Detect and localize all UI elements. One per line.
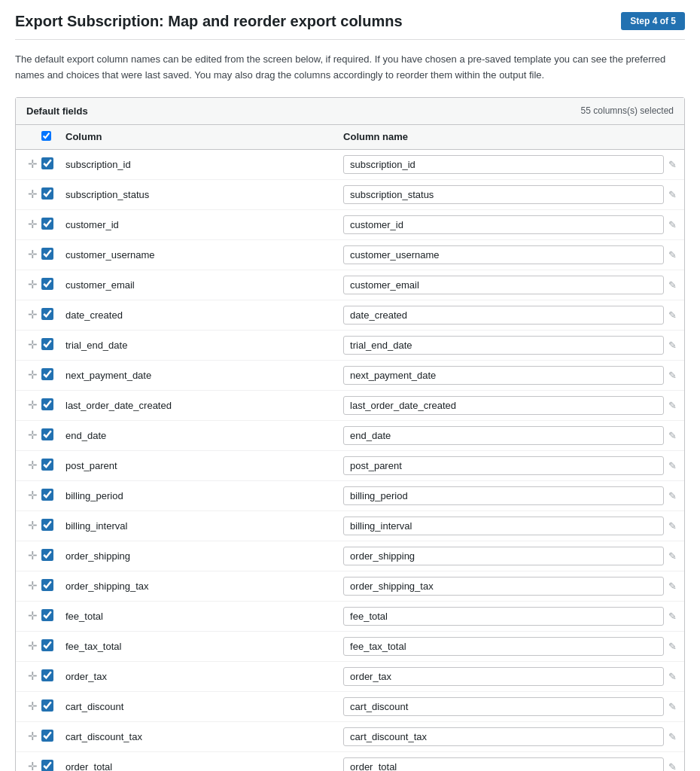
row-checkbox[interactable] (41, 428, 53, 440)
row-name-input[interactable] (343, 727, 664, 746)
row-name-input-wrap: ✎ (343, 396, 677, 415)
drag-handle[interactable]: ✛ (23, 368, 41, 382)
row-checkbox[interactable] (41, 459, 53, 471)
row-checkbox-wrap (41, 368, 62, 382)
row-name-input[interactable] (343, 667, 664, 686)
row-checkbox[interactable] (41, 519, 53, 531)
row-checkbox[interactable] (41, 730, 53, 742)
row-field-name: trial_end_date (62, 340, 343, 351)
row-name-input[interactable] (343, 185, 664, 204)
drag-handle[interactable]: ✛ (23, 428, 41, 442)
drag-handle[interactable]: ✛ (23, 398, 41, 412)
edit-icon[interactable]: ✎ (668, 189, 677, 200)
drag-handle[interactable]: ✛ (23, 760, 41, 771)
row-checkbox[interactable] (41, 639, 53, 651)
row-checkbox[interactable] (41, 338, 53, 350)
row-checkbox[interactable] (41, 609, 53, 621)
row-checkbox[interactable] (41, 218, 53, 230)
select-all-checkbox[interactable] (41, 131, 51, 141)
row-checkbox[interactable] (41, 187, 53, 200)
row-checkbox[interactable] (41, 308, 53, 320)
table-row: ✛ order_total ✎ (16, 752, 684, 771)
drag-handle[interactable]: ✛ (23, 609, 41, 623)
row-name-input[interactable] (343, 486, 664, 505)
row-name-input[interactable] (343, 697, 664, 716)
drag-handle[interactable]: ✛ (23, 308, 41, 322)
drag-handle[interactable]: ✛ (23, 248, 41, 261)
row-checkbox[interactable] (41, 489, 53, 501)
edit-icon[interactable]: ✎ (668, 279, 677, 291)
drag-handle[interactable]: ✛ (23, 639, 41, 653)
row-name-input[interactable] (343, 215, 664, 234)
edit-icon[interactable]: ✎ (668, 731, 677, 742)
edit-icon[interactable]: ✎ (668, 701, 677, 712)
row-checkbox[interactable] (41, 278, 53, 290)
row-name-input[interactable] (343, 366, 664, 385)
edit-icon[interactable]: ✎ (668, 249, 677, 261)
row-field-name: next_payment_date (62, 370, 343, 381)
edit-icon[interactable]: ✎ (668, 460, 677, 471)
edit-icon[interactable]: ✎ (668, 490, 677, 501)
edit-icon[interactable]: ✎ (668, 761, 677, 771)
row-checkbox[interactable] (41, 669, 53, 681)
row-field-name: subscription_status (62, 189, 343, 200)
drag-handle[interactable]: ✛ (23, 730, 41, 743)
edit-icon[interactable]: ✎ (668, 400, 677, 411)
table-row: ✛ order_shipping_tax ✎ (16, 571, 684, 602)
row-name-input[interactable] (343, 396, 664, 415)
row-name-input[interactable] (343, 155, 664, 174)
drag-handle[interactable]: ✛ (23, 157, 41, 171)
row-name-input[interactable] (343, 456, 664, 475)
row-name-input[interactable] (343, 607, 664, 626)
row-name-input[interactable] (343, 637, 664, 656)
edit-icon[interactable]: ✎ (668, 309, 677, 321)
edit-icon[interactable]: ✎ (668, 581, 677, 592)
row-checkbox[interactable] (41, 579, 53, 591)
row-field-name: cart_discount_tax (62, 731, 343, 742)
edit-icon[interactable]: ✎ (668, 550, 677, 562)
drag-handle[interactable]: ✛ (23, 519, 41, 532)
row-name-input[interactable] (343, 517, 664, 535)
row-checkbox-wrap (41, 669, 62, 684)
edit-icon[interactable]: ✎ (668, 671, 677, 682)
row-name-input-wrap: ✎ (343, 215, 677, 234)
drag-handle[interactable]: ✛ (23, 218, 41, 231)
table-row: ✛ billing_interval ✎ (16, 511, 684, 541)
row-checkbox[interactable] (41, 368, 53, 380)
edit-icon[interactable]: ✎ (668, 430, 677, 441)
edit-icon[interactable]: ✎ (668, 520, 677, 532)
row-name-input[interactable] (343, 306, 664, 325)
row-name-input[interactable] (343, 757, 664, 771)
row-name-input-wrap: ✎ (343, 577, 677, 596)
drag-handle[interactable]: ✛ (23, 278, 41, 291)
table-row: ✛ cart_discount ✎ (16, 692, 684, 722)
edit-icon[interactable]: ✎ (668, 370, 677, 381)
drag-handle[interactable]: ✛ (23, 669, 41, 683)
row-checkbox[interactable] (41, 760, 53, 771)
edit-icon[interactable]: ✎ (668, 340, 677, 351)
row-checkbox[interactable] (41, 248, 53, 260)
row-checkbox-wrap (41, 459, 62, 473)
row-name-input[interactable] (343, 547, 664, 565)
row-name-input[interactable] (343, 245, 664, 264)
row-name-input[interactable] (343, 336, 664, 355)
row-name-input[interactable] (343, 426, 664, 445)
drag-handle[interactable]: ✛ (23, 699, 41, 713)
drag-handle[interactable]: ✛ (23, 549, 41, 562)
edit-icon[interactable]: ✎ (668, 611, 677, 622)
drag-handle[interactable]: ✛ (23, 489, 41, 502)
edit-icon[interactable]: ✎ (668, 641, 677, 652)
drag-handle[interactable]: ✛ (23, 338, 41, 352)
drag-handle[interactable]: ✛ (23, 579, 41, 593)
row-checkbox[interactable] (41, 157, 53, 169)
drag-handle[interactable]: ✛ (23, 187, 41, 201)
edit-icon[interactable]: ✎ (668, 219, 677, 230)
drag-handle[interactable]: ✛ (23, 459, 41, 472)
row-checkbox[interactable] (41, 549, 53, 561)
row-name-input[interactable] (343, 577, 664, 596)
row-checkbox[interactable] (41, 699, 53, 712)
edit-icon[interactable]: ✎ (668, 159, 677, 170)
row-name-input[interactable] (343, 276, 664, 294)
row-checkbox[interactable] (41, 398, 53, 410)
row-name-input-wrap: ✎ (343, 697, 677, 716)
